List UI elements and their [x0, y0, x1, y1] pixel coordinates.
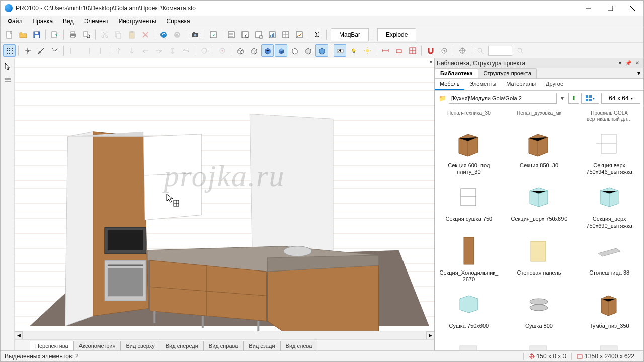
list-item[interactable]	[505, 333, 574, 350]
dim-v-icon[interactable]	[392, 44, 405, 57]
menu-element[interactable]: Элемент	[79, 16, 114, 26]
zoom-input[interactable]	[488, 46, 512, 56]
tab-top[interactable]: Вид сверху	[120, 341, 160, 350]
tool14-icon[interactable]	[2, 250, 14, 262]
tool13-icon[interactable]	[2, 237, 14, 248]
list-item[interactable]: Секция_Холодильник_2670	[435, 233, 503, 285]
tool11-icon[interactable]	[2, 204, 14, 215]
redo-icon[interactable]	[171, 29, 183, 41]
light-icon[interactable]	[347, 44, 360, 57]
menu-view[interactable]: Вид	[58, 16, 79, 26]
camera-icon[interactable]	[189, 29, 201, 41]
report6-icon[interactable]	[293, 29, 305, 41]
view-tex3-icon[interactable]	[315, 44, 328, 57]
list-item[interactable]: Секция 600_под плиту_30	[435, 126, 503, 177]
scroll-right-icon[interactable]: ▶	[426, 331, 434, 339]
list-item[interactable]: Пенал_духовка_мк	[505, 108, 574, 124]
view-shaded-icon[interactable]	[275, 44, 287, 57]
list-item[interactable]: Секция 850_30	[505, 126, 574, 177]
target2-icon[interactable]	[456, 44, 468, 57]
list-item[interactable]: Секция сушка 750	[435, 179, 503, 231]
magnet-icon[interactable]	[424, 44, 437, 57]
tool16-icon[interactable]	[2, 278, 14, 290]
list-item[interactable]: Секция_верх 750х690	[505, 179, 574, 231]
tool4-icon[interactable]	[2, 102, 14, 113]
menu-tools[interactable]: Инструменты	[114, 16, 162, 26]
delete-icon[interactable]	[139, 29, 151, 41]
tool3-icon[interactable]	[2, 88, 14, 100]
arrow-up-icon[interactable]	[112, 44, 124, 57]
undo-icon[interactable]	[157, 29, 170, 41]
menu-file[interactable]: Файл	[3, 16, 28, 26]
arrow-left-icon[interactable]	[139, 44, 151, 57]
maximize-button[interactable]	[599, 1, 621, 16]
minimize-button[interactable]	[577, 1, 599, 16]
tool19-icon[interactable]	[2, 325, 14, 336]
tool8-icon[interactable]	[2, 162, 14, 174]
save-icon[interactable]	[30, 29, 43, 41]
tool18-icon[interactable]	[2, 311, 14, 323]
report1-icon[interactable]	[225, 29, 237, 41]
report3-icon[interactable]	[252, 29, 265, 41]
tool20-icon[interactable]	[2, 339, 14, 350]
report4-icon[interactable]	[266, 29, 278, 41]
tab-back[interactable]: Вид сзади	[243, 341, 280, 350]
grid-red-icon[interactable]	[406, 44, 419, 57]
explode-button[interactable]: Explode	[377, 28, 416, 41]
align-c-icon[interactable]	[94, 44, 106, 57]
menu-help[interactable]: Справка	[162, 16, 195, 26]
dim-h-icon[interactable]	[379, 44, 391, 57]
list-item[interactable]: Тумба_низ_350	[575, 287, 643, 331]
tab-axonometry[interactable]: Аксонометрия	[73, 341, 121, 350]
sun-icon[interactable]	[361, 44, 373, 57]
panel-close-icon[interactable]: ✕	[633, 60, 641, 66]
export-icon[interactable]	[48, 29, 61, 41]
list-item[interactable]	[575, 333, 643, 350]
report5-icon[interactable]	[279, 29, 292, 41]
center-icon[interactable]	[216, 44, 228, 57]
thumb-size[interactable]: 64 x 64▾	[601, 93, 640, 104]
tool7-icon[interactable]	[2, 143, 14, 154]
arrows-lr-icon[interactable]	[180, 44, 192, 57]
tab-library[interactable]: Библиотека	[435, 68, 478, 78]
copy-icon[interactable]	[112, 29, 124, 41]
new-file-icon[interactable]	[3, 29, 16, 41]
combo-chevron-icon[interactable]: ▾	[559, 95, 566, 102]
viewport-hscroll[interactable]: ◀ ▶	[15, 331, 434, 339]
close-button[interactable]	[621, 1, 643, 16]
maqbar-button[interactable]: MaqBar	[331, 28, 369, 41]
viewport-3d[interactable]: projka.ru ▾	[15, 58, 434, 331]
align-r-icon[interactable]	[80, 44, 93, 57]
list-item[interactable]: Секция верх 750х946_вытяжка	[575, 126, 643, 177]
list-item[interactable]: Сушка 750х600	[435, 287, 503, 331]
library-path-input[interactable]	[449, 93, 557, 104]
target1-icon[interactable]	[438, 44, 450, 57]
list-item[interactable]: Секция_верх 750х690_вытяжка	[575, 179, 643, 231]
rotate-icon[interactable]	[198, 44, 210, 57]
tool6-icon[interactable]	[2, 129, 14, 140]
tool15-icon[interactable]	[2, 264, 14, 276]
open-file-icon[interactable]	[17, 29, 29, 41]
arrow-right-icon[interactable]	[152, 44, 165, 57]
thumbs-view-icon[interactable]: ▾	[581, 93, 599, 104]
grid-dots-icon[interactable]	[3, 44, 16, 57]
snap2-icon[interactable]	[35, 44, 47, 57]
scroll-left-icon[interactable]: ◀	[15, 331, 23, 339]
tab-structure[interactable]: Структура проекта	[478, 68, 537, 78]
menu-edit[interactable]: Правка	[28, 16, 58, 26]
tab-left[interactable]: Вид слева	[280, 341, 318, 350]
align-l-icon[interactable]	[66, 44, 79, 57]
divider-icon[interactable]	[2, 74, 14, 85]
arrows-ud-icon[interactable]	[166, 44, 179, 57]
tab-right[interactable]: Вид справа	[203, 341, 244, 350]
snap3-icon[interactable]	[48, 44, 61, 57]
list-item[interactable]: Столешница 38	[575, 233, 643, 285]
folder-up-icon[interactable]: ⬆	[568, 93, 579, 104]
report2-icon[interactable]	[238, 29, 251, 41]
library-tab-menu-icon[interactable]: ▾	[634, 68, 643, 78]
panel-menu-icon[interactable]: ▾	[617, 60, 623, 66]
pin-icon[interactable]: 📌	[623, 60, 633, 66]
library-grid[interactable]: Пенал-техника_30 Пенал_духовка_мк Профил…	[435, 106, 643, 350]
sigma-icon[interactable]: Σ	[311, 29, 324, 41]
tool12-icon[interactable]	[2, 223, 14, 235]
